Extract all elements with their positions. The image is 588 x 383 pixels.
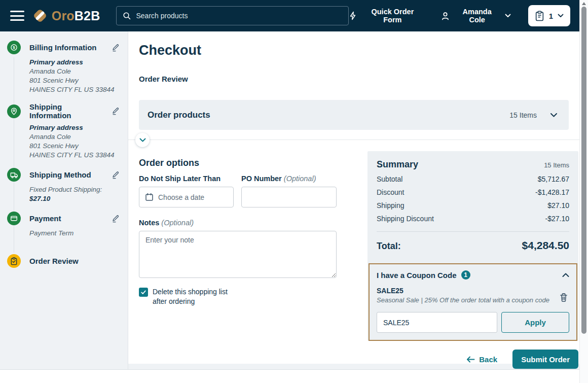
user-menu-button[interactable]: Amanda Cole [441,8,511,24]
date-picker-input[interactable]: Choose a date [139,187,234,207]
checkout-actions: Back Submit Order [368,350,578,369]
orob2b-logo[interactable]: OroB2B [32,8,100,24]
logo-text: OroB2B [52,9,100,23]
delete-shopping-list-option[interactable]: Delete this shopping list after ordering [139,287,337,306]
coupon-heading: I have a Coupon Code [377,271,457,280]
order-options-heading: Order options [139,158,337,168]
coupon-code-panel: I have a Coupon Code 1 SAL [369,263,577,341]
shipping-address-city: HAINES CITY FL US 33844 [29,151,121,160]
date-placeholder: Choose a date [158,193,204,201]
summary-row-shipping-discount: Shipping Discount-$27.10 [377,215,569,223]
page-title: Checkout [139,43,569,58]
quick-order-form-button[interactable]: Quick Order Form [349,8,423,24]
svg-text:$: $ [13,45,15,50]
summary-panel: Summary 15 Items Subtotal$5,712.67 Disco… [368,151,578,341]
summary-divider [377,231,569,232]
delete-list-label: Delete this shopping list after ordering [153,287,228,306]
edit-shipping-method-button[interactable] [111,170,121,180]
shipping-address-street: 801 Scenic Hwy [29,142,121,151]
scrollbar-thumb[interactable] [581,7,586,334]
billing-address-name: Amanda Cole [29,67,121,76]
step-shipping-information: Shipping Information Primary address Ama… [7,102,121,160]
order-products-label: Order products [148,110,210,120]
ship-later-label: Do Not Ship Later Than [139,175,234,183]
chevron-down-icon [558,14,564,18]
applied-coupon-code: SALE25 [377,287,558,295]
billing-step-icon: $ [7,41,21,54]
summary-items-count: 15 Items [544,161,569,169]
shipping-address-type: Primary address [29,123,121,132]
order-review-step-icon [7,254,21,268]
notes-textarea[interactable] [139,231,337,278]
step-order-review: Order Review [7,254,121,268]
section-divider [128,140,579,140]
step-label: Billing Information [29,43,97,52]
step-shipping-method: Shipping Method Fixed Product Shipping: … [7,168,121,203]
coupon-code-input[interactable] [377,312,497,333]
edit-payment-button[interactable] [111,214,121,224]
search-input[interactable] [136,12,342,20]
step-label: Shipping Information [29,102,102,120]
logo-diamond-icon [32,8,48,24]
hamburger-menu-button[interactable] [10,11,24,21]
submit-order-button[interactable]: Submit Order [512,350,578,369]
po-number-field: PO Number (Optional) [241,175,337,207]
total-label: Total: [377,241,401,252]
payment-method-name: Payment Term [29,229,121,238]
coupon-accordion-header[interactable]: I have a Coupon Code 1 [377,270,569,280]
payment-step-icon [7,212,21,225]
shipping-method-price: $27.10 [29,194,121,203]
search-icon [123,12,131,20]
shipping-method-step-icon [7,168,21,182]
clipboard-icon [535,11,544,21]
order-products-items-count: 15 Items [509,111,537,119]
step-label: Order Review [29,257,79,265]
footer-area [0,369,579,383]
user-icon [441,12,450,20]
apply-coupon-button[interactable]: Apply [501,312,569,333]
billing-address-street: 801 Scenic Hwy [29,76,121,85]
summary-heading: Summary [377,159,418,170]
shopping-list-cart-button[interactable]: 1 [528,5,570,26]
cart-count: 1 [549,12,553,20]
header-actions: Quick Order Form Amanda Cole [349,5,570,26]
collapse-section-button[interactable] [135,133,150,147]
order-summary-section: Summary 15 Items Subtotal$5,712.67 Disco… [368,151,578,369]
applied-coupon-row: SALE25 Seasonal Sale | 25% Off the order… [377,287,569,304]
step-payment: Payment Payment Term [7,212,121,238]
order-options-section: Order options Do Not Ship Later Than [139,151,337,369]
summary-row-subtotal: Subtotal$5,712.67 [377,175,569,183]
billing-address-city: HAINES CITY FL US 33844 [29,85,121,94]
current-step-heading: Order Review [139,75,569,83]
summary-total-row: Total: $4,284.50 [377,239,569,254]
summary-row-discount: Discount-$1,428.17 [377,188,569,196]
shipping-method-name: Fixed Product Shipping: [29,185,121,194]
remove-coupon-button[interactable] [558,292,569,303]
po-number-label: PO Number (Optional) [241,175,337,183]
order-products-accordion-header[interactable]: Order products 15 Items [139,100,569,130]
page-body: $ Billing Information Primary address Am… [0,31,579,369]
shipping-address-name: Amanda Cole [29,132,121,142]
calendar-icon [145,193,154,201]
scroll-up-arrow[interactable] [582,2,586,5]
applied-coupon-description: Seasonal Sale | 25% Off the order total … [377,296,558,304]
po-number-input[interactable] [241,187,337,207]
notes-label: Notes (Optional) [139,219,337,227]
content-columns: Order options Do Not Ship Later Than [139,151,569,369]
step-billing-information: $ Billing Information Primary address Am… [7,41,121,94]
chevron-up-icon [562,273,569,277]
delete-list-checkbox[interactable] [139,288,148,297]
summary-row-shipping: Shipping$27.10 [377,201,569,210]
total-value: $4,284.50 [522,239,569,252]
vertical-scrollbar[interactable] [579,0,588,383]
checkout-main-content: Checkout Order Review Order products 15 … [128,31,579,364]
step-label: Shipping Method [29,170,91,179]
ship-later-field: Do Not Ship Later Than Choose a date [139,175,234,207]
arrow-left-icon [466,356,475,363]
billing-address-type: Primary address [29,58,121,67]
checkout-steps-sidebar: $ Billing Information Primary address Am… [0,31,128,369]
edit-shipping-info-button[interactable] [111,106,121,116]
edit-billing-button[interactable] [111,43,121,53]
chevron-down-icon [550,113,558,118]
back-button[interactable]: Back [466,355,497,364]
